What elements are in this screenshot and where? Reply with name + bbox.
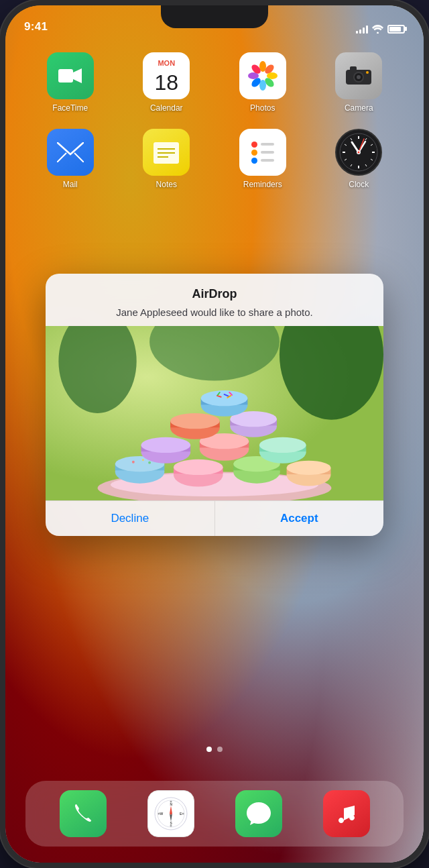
safari-icon: N S E W bbox=[147, 790, 194, 837]
notes-label: Notes bbox=[156, 180, 177, 189]
svg-point-56 bbox=[132, 461, 135, 464]
calendar-day-num: 18 bbox=[154, 70, 178, 95]
svg-marker-2 bbox=[73, 68, 82, 83]
svg-point-16 bbox=[357, 75, 361, 79]
messages-icon bbox=[235, 790, 282, 837]
svg-point-70 bbox=[141, 437, 190, 453]
app-photos[interactable]: Photos bbox=[218, 52, 308, 113]
dock: N S E W bbox=[25, 781, 404, 847]
airdrop-modal: AirDrop Jane Appleseed would like to sha… bbox=[46, 274, 383, 536]
mail-label: Mail bbox=[63, 180, 78, 189]
macaron-photo bbox=[46, 326, 383, 500]
svg-point-0 bbox=[377, 32, 379, 34]
svg-text:N: N bbox=[170, 802, 172, 806]
airdrop-buttons: Decline Accept bbox=[46, 500, 383, 536]
app-calendar[interactable]: MON 18 Calendar bbox=[122, 52, 212, 113]
screen: 9:41 bbox=[5, 5, 424, 863]
clock-icon bbox=[335, 129, 382, 176]
svg-point-79 bbox=[170, 413, 220, 429]
facetime-icon bbox=[47, 52, 94, 99]
wifi-icon bbox=[372, 25, 383, 34]
power-button[interactable] bbox=[426, 166, 429, 213]
calendar-icon: MON 18 bbox=[143, 52, 190, 99]
airdrop-title: AirDrop bbox=[62, 287, 367, 301]
notch bbox=[161, 5, 268, 28]
svg-point-17 bbox=[366, 71, 369, 74]
svg-point-57 bbox=[142, 459, 144, 461]
svg-point-61 bbox=[174, 459, 223, 475]
camera-icon bbox=[335, 52, 382, 99]
status-icons bbox=[356, 24, 405, 34]
svg-rect-13 bbox=[350, 66, 357, 71]
airdrop-image bbox=[46, 326, 383, 500]
svg-point-42 bbox=[358, 152, 360, 154]
app-grid: FaceTime MON 18 Calendar bbox=[5, 46, 424, 196]
svg-point-85 bbox=[201, 390, 248, 406]
app-reminders[interactable]: Reminders bbox=[218, 129, 308, 189]
svg-point-58 bbox=[148, 462, 151, 464]
svg-text:W: W bbox=[160, 812, 163, 816]
app-camera[interactable]: Camera bbox=[314, 52, 404, 113]
volume-up-button[interactable] bbox=[0, 140, 3, 166]
page-dot-1[interactable] bbox=[206, 747, 212, 752]
calendar-label: Calendar bbox=[150, 103, 183, 113]
calendar-day-name: MON bbox=[143, 56, 190, 70]
clock-label: Clock bbox=[349, 180, 369, 189]
phone-icon bbox=[60, 790, 107, 837]
page-dot-2[interactable] bbox=[217, 747, 223, 752]
mail-icon bbox=[47, 129, 94, 176]
accept-button[interactable]: Accept bbox=[215, 501, 384, 536]
app-clock[interactable]: Clock bbox=[314, 129, 404, 189]
reminders-icon bbox=[239, 129, 286, 176]
page-dots bbox=[5, 747, 424, 752]
battery-icon bbox=[387, 25, 405, 34]
notes-icon bbox=[143, 129, 190, 176]
signal-icon bbox=[356, 24, 368, 34]
phone-frame: 9:41 bbox=[0, 0, 429, 868]
status-time: 9:41 bbox=[24, 20, 48, 34]
dock-app-phone[interactable] bbox=[60, 790, 107, 837]
music-icon bbox=[323, 790, 370, 837]
svg-rect-1 bbox=[58, 69, 73, 83]
dock-app-messages[interactable] bbox=[235, 790, 282, 837]
facetime-label: FaceTime bbox=[52, 103, 88, 113]
camera-label: Camera bbox=[345, 103, 373, 113]
photos-icon bbox=[239, 52, 286, 99]
airdrop-header: AirDrop Jane Appleseed would like to sha… bbox=[46, 274, 383, 326]
dock-app-music[interactable] bbox=[323, 790, 370, 837]
svg-point-67 bbox=[287, 461, 331, 475]
silent-switch[interactable] bbox=[0, 109, 3, 129]
app-mail[interactable]: Mail bbox=[25, 129, 115, 189]
photos-label: Photos bbox=[250, 103, 275, 113]
reminders-label: Reminders bbox=[243, 180, 282, 189]
svg-point-76 bbox=[259, 437, 306, 453]
svg-point-11 bbox=[259, 72, 267, 80]
dock-app-safari[interactable]: N S E W bbox=[147, 790, 194, 837]
volume-down-button[interactable] bbox=[0, 180, 3, 207]
airdrop-subtitle: Jane Appleseed would like to share a pho… bbox=[62, 305, 367, 319]
decline-button[interactable]: Decline bbox=[46, 501, 215, 536]
app-notes[interactable]: Notes bbox=[122, 129, 212, 189]
app-facetime[interactable]: FaceTime bbox=[25, 52, 115, 113]
svg-point-96 bbox=[182, 813, 184, 815]
